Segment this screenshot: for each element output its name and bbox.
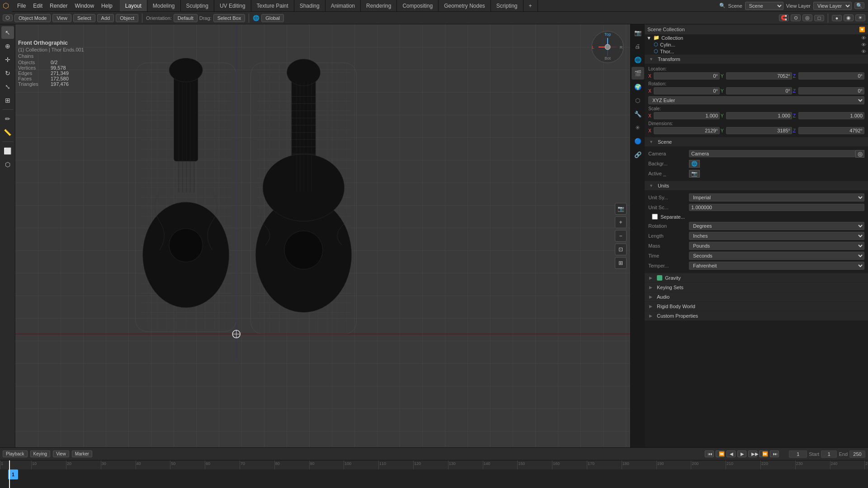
mode-selector[interactable]: Object Mode	[14, 14, 51, 22]
rigid-body-world-header[interactable]: ▶ Rigid Body World	[645, 302, 868, 311]
tab-animation[interactable]: Animation	[326, 0, 361, 11]
zoom-out-btn[interactable]: −	[615, 230, 627, 242]
tab-sculpting[interactable]: Sculpting	[181, 0, 214, 11]
transform-header[interactable]: ▼ Transform	[645, 55, 868, 64]
scale-z-input[interactable]	[798, 112, 864, 119]
zoom-in-btn[interactable]: +	[615, 216, 627, 228]
global-btn[interactable]: Global	[261, 14, 284, 22]
tab-compositing[interactable]: Compositing	[397, 0, 439, 11]
world-tab[interactable]: 🌍	[632, 80, 644, 93]
menu-render[interactable]: Render	[46, 2, 71, 10]
object-tab[interactable]: ⬡	[632, 94, 644, 107]
viewport-shade-material[interactable]: ◉	[844, 14, 854, 21]
collection-visibility[interactable]: 👁	[861, 35, 866, 41]
view-layer-tab[interactable]: 🌐	[632, 53, 644, 66]
play-btn[interactable]: ▶	[737, 450, 746, 457]
outliner-item-thor[interactable]: ⬡ Thor... 👁	[645, 48, 868, 55]
tab-layout[interactable]: Layout	[120, 0, 147, 11]
scene-selector[interactable]: Scene	[745, 2, 783, 10]
render-properties-tab[interactable]: 📷	[632, 26, 644, 39]
units-header[interactable]: ▼ Units	[645, 181, 868, 190]
search-button[interactable]: 🔍	[854, 2, 864, 9]
rotation-mode-selector[interactable]: XYZ Euler	[648, 96, 864, 104]
menu-edit[interactable]: Edit	[29, 2, 46, 10]
rotate-tool[interactable]: ↻	[1, 67, 14, 80]
viewport-shading-icon[interactable]: ⬡	[3, 14, 13, 21]
dimensions-x-input[interactable]	[654, 127, 720, 134]
perspective-btn[interactable]: ⊡	[615, 244, 627, 255]
physics-tab[interactable]: 🔵	[632, 135, 644, 147]
viewport-shade-render[interactable]: ☀	[855, 14, 865, 21]
particles-tab[interactable]: ✳	[632, 121, 644, 134]
scale-x-input[interactable]	[654, 112, 720, 119]
xray-icon[interactable]: □	[814, 15, 824, 21]
local-view-btn[interactable]: ⊞	[615, 257, 627, 269]
menu-window[interactable]: Window	[71, 2, 98, 10]
timeline-strip[interactable]: 1102030405060708090100110120130140150160…	[0, 460, 868, 488]
rotation-x-input[interactable]	[654, 87, 720, 94]
unit-scale-input[interactable]	[689, 204, 864, 211]
outliner-item-cylinder[interactable]: ⬡ Cylin... 👁	[645, 41, 868, 48]
jump-start-btn[interactable]: ⏮	[705, 450, 714, 457]
scene-properties-tab[interactable]: 🎬	[632, 67, 644, 80]
proportional-edit-icon[interactable]: ⊙	[791, 14, 801, 21]
select-tool[interactable]: ↖	[1, 26, 14, 39]
unit-system-selector[interactable]: Imperial	[689, 193, 864, 202]
next-frame-btn[interactable]: ▶▶	[748, 450, 757, 457]
constraints-tab[interactable]: 🔗	[632, 148, 644, 161]
end-frame-input[interactable]	[849, 450, 865, 458]
outliner-item-collection[interactable]: ▼ 📁 Collection 👁	[645, 34, 868, 41]
jump-end-btn[interactable]: ⏭	[770, 450, 779, 457]
view-selector[interactable]: View	[53, 450, 69, 457]
separate-checkbox[interactable]	[652, 214, 658, 220]
location-z-input[interactable]	[798, 72, 864, 80]
overlay-icon[interactable]: ◎	[802, 14, 812, 21]
annotate-tool[interactable]: ✏	[1, 113, 14, 125]
tab-geometry-nodes[interactable]: Geometry Nodes	[439, 0, 491, 11]
blender-logo[interactable]: ⬡	[0, 0, 12, 12]
menu-file[interactable]: File	[14, 2, 29, 10]
select-btn[interactable]: Select	[73, 14, 95, 22]
length-selector[interactable]: Inches	[689, 232, 864, 240]
tab-rendering[interactable]: Rendering	[361, 0, 397, 11]
filter-icon[interactable]: 🔽	[859, 27, 865, 33]
active-btn[interactable]: 📷	[689, 170, 700, 178]
time-selector[interactable]: Seconds	[689, 252, 864, 260]
add-btn[interactable]: Add	[97, 14, 114, 22]
transform-tool[interactable]: ⊞	[1, 94, 14, 107]
keying-selector[interactable]: Keying	[30, 450, 51, 457]
add-object-tool[interactable]: ⬡	[1, 158, 14, 171]
timeline-playhead[interactable]	[9, 460, 10, 488]
scale-tool[interactable]: ⤡	[1, 80, 14, 93]
tab-add[interactable]: +	[524, 0, 538, 11]
viewport-shade-solid[interactable]: ●	[832, 15, 842, 21]
dimensions-z-input[interactable]	[798, 127, 864, 134]
tab-shading[interactable]: Shading	[294, 0, 326, 11]
gravity-checkbox[interactable]	[657, 275, 662, 281]
view-layer-selector[interactable]: View Layer	[813, 2, 852, 10]
current-frame-input[interactable]	[789, 450, 807, 458]
location-y-input[interactable]	[726, 72, 792, 80]
temperature-selector[interactable]: Fahrenheit	[689, 262, 864, 270]
orientation-selector[interactable]: Default	[174, 14, 198, 22]
tab-texture-paint[interactable]: Texture Paint	[251, 0, 294, 11]
camera-input[interactable]	[689, 150, 855, 157]
keying-sets-header[interactable]: ▶ Keying Sets	[645, 283, 868, 292]
cursor-tool[interactable]: ⊕	[1, 40, 14, 52]
jump-next-btn[interactable]: ⏩	[759, 450, 768, 457]
scale-y-input[interactable]	[726, 112, 792, 119]
prev-frame-btn[interactable]: ◀	[726, 450, 736, 457]
measure-tool[interactable]: 📏	[1, 126, 14, 139]
viewport-nav-widget[interactable]: Top Bot L R	[590, 29, 626, 65]
gravity-header[interactable]: ▶ Gravity	[645, 273, 868, 282]
tab-scripting[interactable]: Scripting	[491, 0, 524, 11]
drag-selector[interactable]: Select Box	[213, 14, 245, 22]
custom-properties-header[interactable]: ▶ Custom Properties	[645, 311, 868, 320]
3d-viewport[interactable]: Top Bot L R 📷 + − ⊡ ⊞	[15, 24, 630, 447]
rotation-units-selector[interactable]: Degrees	[689, 222, 864, 230]
modifier-tab[interactable]: 🔧	[632, 108, 644, 120]
start-frame-input[interactable]	[821, 450, 837, 458]
view-btn[interactable]: View	[52, 14, 71, 22]
audio-header[interactable]: ▶ Audio	[645, 292, 868, 301]
rotation-z-input[interactable]	[798, 87, 864, 94]
